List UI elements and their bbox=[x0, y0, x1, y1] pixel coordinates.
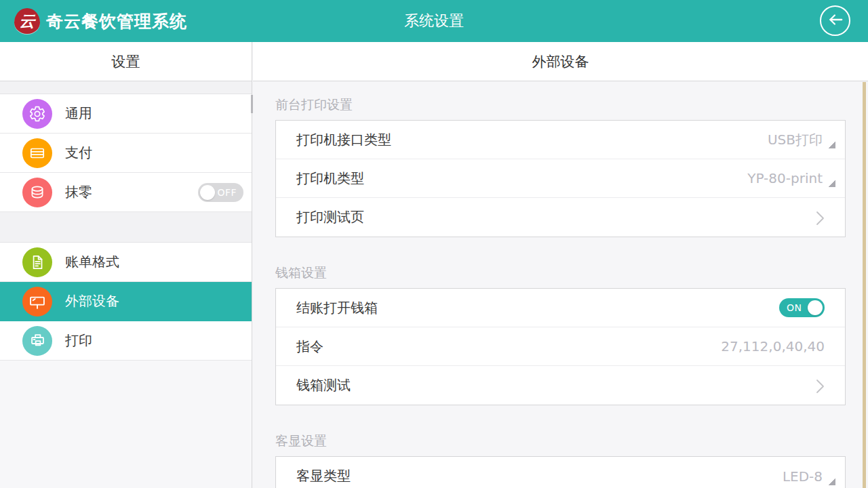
scrollbar-thumb[interactable] bbox=[251, 95, 253, 113]
display-icon bbox=[28, 292, 47, 311]
chevron-right-icon bbox=[816, 210, 825, 225]
settings-card: 结账打开钱箱ON指令27,112,0,40,40钱箱测试 bbox=[275, 288, 846, 405]
setting-value-area: YP-80-print bbox=[747, 170, 825, 186]
sidebar-item-label: 账单格式 bbox=[65, 253, 243, 271]
toggle-state-label: ON bbox=[787, 302, 802, 313]
setting-value-area: USB打印 bbox=[768, 131, 825, 149]
setting-value-area: 27,112,0,40,40 bbox=[721, 338, 825, 354]
right-edge-strip bbox=[863, 82, 866, 488]
setting-row-drawer-test[interactable]: 钱箱测试 bbox=[276, 366, 845, 405]
setting-value: LED-8 bbox=[783, 468, 823, 485]
setting-value: USB打印 bbox=[768, 131, 823, 149]
app-logo-icon: 云 bbox=[14, 8, 40, 34]
setting-row-printer-type[interactable]: 打印机类型YP-80-print bbox=[276, 159, 845, 198]
setting-row-open-drawer-on-checkout[interactable]: 结账打开钱箱ON bbox=[276, 289, 845, 327]
card-icon-badge bbox=[22, 138, 52, 168]
setting-value: 27,112,0,40,40 bbox=[721, 338, 825, 354]
toggle-state-label: OFF bbox=[217, 187, 237, 198]
setting-value-area bbox=[816, 210, 825, 225]
setting-label: 打印测试页 bbox=[296, 208, 364, 226]
setting-label: 打印机接口类型 bbox=[296, 131, 391, 149]
setting-value: YP-80-print bbox=[747, 170, 823, 186]
settings-sidebar: 设置 通用支付抹零OFF账单格式外部设备打印 bbox=[0, 42, 252, 488]
sidebar-item-label: 支付 bbox=[65, 144, 243, 162]
setting-value-area: LED-8 bbox=[783, 468, 825, 485]
settings-section: 钱箱设置结账打开钱箱ON指令27,112,0,40,40钱箱测试 bbox=[275, 264, 868, 405]
toggle-knob bbox=[200, 185, 215, 200]
main-body: 前台打印设置打印机接口类型USB打印打印机类型YP-80-print打印测试页钱… bbox=[253, 82, 868, 488]
toggle-knob bbox=[808, 300, 823, 315]
settings-card: 打印机接口类型USB打印打印机类型YP-80-print打印测试页 bbox=[275, 120, 846, 237]
coins-icon-badge bbox=[22, 178, 52, 207]
dropdown-corner-icon bbox=[829, 180, 835, 187]
document-icon bbox=[28, 253, 46, 271]
setting-label: 钱箱测试 bbox=[296, 376, 351, 394]
sidebar-item-label: 通用 bbox=[65, 104, 243, 123]
setting-label: 指令 bbox=[296, 338, 323, 356]
dropdown-corner-icon bbox=[829, 142, 835, 148]
document-icon-badge bbox=[22, 247, 52, 277]
top-bar: 云 奇云餐饮管理系统 系统设置 bbox=[0, 0, 868, 42]
card-icon bbox=[28, 144, 46, 162]
sidebar-header: 设置 bbox=[0, 42, 252, 81]
sidebar-item-payment[interactable]: 支付 bbox=[0, 134, 252, 173]
display-icon-badge bbox=[22, 287, 52, 317]
settings-section: 客显设置客显类型LED-8 bbox=[275, 432, 868, 488]
gear-icon-badge bbox=[22, 99, 52, 129]
sidebar-group-spacer bbox=[0, 212, 252, 243]
rounding-toggle[interactable]: OFF bbox=[198, 183, 243, 202]
setting-value-area bbox=[816, 378, 825, 393]
section-title: 前台打印设置 bbox=[275, 96, 868, 114]
section-title: 客显设置 bbox=[275, 432, 868, 450]
main-panel: 外部设备 前台打印设置打印机接口类型USB打印打印机类型YP-80-print打… bbox=[253, 42, 868, 488]
arrow-left-icon bbox=[827, 11, 844, 31]
coins-icon bbox=[28, 184, 46, 201]
setting-row-print-test-page[interactable]: 打印测试页 bbox=[276, 198, 845, 237]
setting-label: 结账打开钱箱 bbox=[296, 299, 378, 317]
section-title: 钱箱设置 bbox=[275, 264, 868, 282]
setting-row-drawer-command[interactable]: 指令27,112,0,40,40 bbox=[276, 327, 845, 366]
setting-label: 客显类型 bbox=[296, 467, 351, 485]
sidebar-spacer bbox=[0, 81, 252, 94]
main-panel-title: 外部设备 bbox=[253, 42, 868, 81]
gear-icon bbox=[28, 105, 46, 123]
setting-row-printer-interface-type[interactable]: 打印机接口类型USB打印 bbox=[276, 121, 845, 159]
sidebar-item-print[interactable]: 打印 bbox=[0, 321, 252, 361]
sidebar-item-external-devices[interactable]: 外部设备 bbox=[0, 282, 252, 321]
setting-row-customer-display-type[interactable]: 客显类型LED-8 bbox=[276, 457, 845, 488]
back-button[interactable] bbox=[820, 5, 850, 36]
app-title: 奇云餐饮管理系统 bbox=[46, 10, 187, 33]
settings-section: 前台打印设置打印机接口类型USB打印打印机类型YP-80-print打印测试页 bbox=[275, 96, 868, 237]
setting-value-area: ON bbox=[779, 298, 825, 317]
open-drawer-on-checkout-toggle[interactable]: ON bbox=[779, 298, 825, 317]
sidebar-item-label: 打印 bbox=[65, 331, 243, 350]
sidebar-item-general[interactable]: 通用 bbox=[0, 94, 252, 134]
setting-label: 打印机类型 bbox=[296, 169, 364, 188]
printer-icon-badge bbox=[22, 326, 52, 356]
dropdown-corner-icon bbox=[829, 479, 835, 485]
sidebar-item-rounding[interactable]: 抹零OFF bbox=[0, 173, 252, 212]
settings-card: 客显类型LED-8 bbox=[275, 456, 846, 488]
sidebar-item-bill-format[interactable]: 账单格式 bbox=[0, 243, 252, 282]
sidebar-item-label: 外部设备 bbox=[65, 292, 243, 310]
sidebar-item-label: 抹零 bbox=[65, 183, 198, 201]
chevron-right-icon bbox=[816, 378, 825, 393]
printer-icon bbox=[28, 331, 47, 350]
